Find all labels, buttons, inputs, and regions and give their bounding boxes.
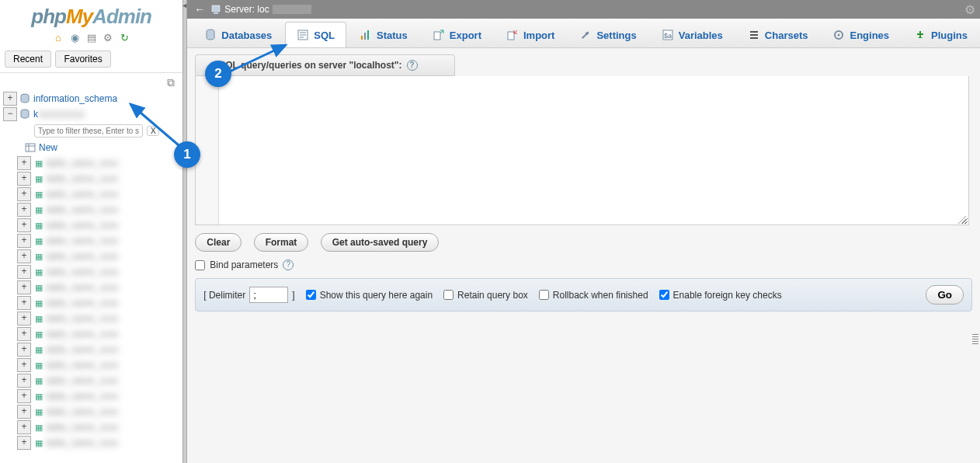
help-icon[interactable]: ?: [407, 60, 418, 71]
sql-icon[interactable]: ▤: [85, 32, 98, 44]
breadcrumb-server[interactable]: Server: loc: [224, 4, 269, 15]
rollback-checkbox[interactable]: [539, 290, 549, 300]
expand-icon[interactable]: +: [17, 389, 31, 403]
retain-checkbox[interactable]: [443, 290, 454, 300]
expand-icon[interactable]: +: [17, 172, 31, 186]
expand-icon[interactable]: +: [17, 327, 31, 341]
tab-settings[interactable]: Settings: [568, 22, 648, 47]
tab-variables[interactable]: $aVariables: [650, 22, 735, 47]
table-struct-icon[interactable]: ▦: [33, 267, 44, 277]
expand-icon[interactable]: +: [17, 218, 31, 232]
table-row[interactable]: table_name_xxxx: [46, 220, 118, 231]
table-row[interactable]: table_name_xxxx: [46, 360, 118, 371]
new-table-link[interactable]: New: [39, 142, 57, 153]
table-struct-icon[interactable]: ▦: [33, 407, 44, 417]
tab-engines[interactable]: Engines: [821, 22, 901, 47]
table-struct-icon[interactable]: ▦: [33, 392, 44, 402]
table-struct-icon[interactable]: ▦: [33, 174, 44, 184]
fk-checkbox[interactable]: [659, 290, 669, 300]
table-row[interactable]: table_name_xxxx: [46, 344, 118, 355]
expand-icon[interactable]: +: [17, 343, 31, 357]
resize-handle-icon[interactable]: [956, 214, 967, 225]
sql-editor[interactable]: 1: [195, 76, 969, 225]
db-selected[interactable]: kxxxxxxxxxx: [33, 109, 85, 120]
table-row[interactable]: table_name_xxxx: [46, 158, 118, 169]
tab-export[interactable]: Export: [421, 22, 493, 47]
expand-icon[interactable]: +: [17, 374, 31, 388]
recent-button[interactable]: Recent: [5, 50, 51, 68]
table-struct-icon[interactable]: ▦: [33, 236, 44, 246]
table-row[interactable]: table_name_xxxx: [46, 173, 118, 184]
back-icon[interactable]: ←: [192, 3, 207, 16]
db-information-schema[interactable]: information_schema: [33, 93, 117, 104]
table-struct-icon[interactable]: ▦: [33, 376, 44, 386]
expand-icon[interactable]: +: [17, 436, 31, 450]
table-row[interactable]: table_name_xxxx: [46, 189, 118, 200]
home-icon[interactable]: ⌂: [52, 32, 64, 44]
table-struct-icon[interactable]: ▦: [33, 360, 44, 371]
settings-gear-icon[interactable]: ⚙: [964, 2, 975, 17]
table-struct-icon[interactable]: ▦: [33, 314, 44, 324]
table-struct-icon[interactable]: ▦: [33, 345, 44, 355]
table-row[interactable]: table_name_xxxx: [46, 282, 118, 293]
expand-icon[interactable]: +: [17, 234, 31, 248]
table-row[interactable]: table_name_xxxx: [46, 298, 118, 308]
table-struct-icon[interactable]: ▦: [33, 158, 44, 169]
table-struct-icon[interactable]: ▦: [33, 438, 44, 448]
tab-charsets[interactable]: Charsets: [736, 22, 820, 47]
table-struct-icon[interactable]: ▦: [33, 190, 44, 200]
table-row[interactable]: table_name_xxxx: [46, 437, 118, 448]
table-struct-icon[interactable]: ▦: [33, 329, 44, 339]
logo[interactable]: phpMyAdmin: [0, 0, 182, 30]
filter-input[interactable]: [34, 124, 143, 138]
table-row[interactable]: table_name_xxxx: [46, 329, 118, 339]
tab-status[interactable]: Status: [348, 22, 419, 47]
expand-icon[interactable]: +: [17, 280, 31, 294]
expand-icon[interactable]: +: [17, 187, 31, 201]
delimiter-input[interactable]: [249, 287, 288, 303]
tab-plugins[interactable]: Plugins: [902, 22, 979, 47]
filter-clear-button[interactable]: X: [147, 126, 159, 136]
tab-import[interactable]: Import: [495, 22, 566, 47]
expand-icon[interactable]: +: [17, 405, 31, 419]
collapse-icon[interactable]: −: [3, 107, 17, 121]
table-struct-icon[interactable]: ▦: [33, 252, 44, 262]
expand-icon[interactable]: +: [17, 296, 31, 310]
table-struct-icon[interactable]: ▦: [33, 283, 44, 293]
table-row[interactable]: table_name_xxxx: [46, 251, 118, 262]
table-row[interactable]: table_name_xxxx: [46, 406, 118, 417]
table-struct-icon[interactable]: ▦: [33, 423, 44, 433]
help-icon[interactable]: ◉: [68, 32, 81, 44]
go-button[interactable]: Go: [926, 285, 964, 305]
table-row[interactable]: table_name_xxxx: [46, 391, 118, 402]
expand-icon[interactable]: +: [17, 156, 31, 170]
table-row[interactable]: table_name_xxxx: [46, 235, 118, 246]
expand-icon[interactable]: +: [17, 265, 31, 279]
help-icon[interactable]: ?: [283, 259, 294, 270]
expand-icon[interactable]: +: [17, 249, 31, 263]
get-autosaved-button[interactable]: Get auto-saved query: [321, 233, 440, 252]
table-row[interactable]: table_name_xxxx: [46, 375, 118, 386]
table-row[interactable]: table_name_xxxx: [46, 204, 118, 215]
expand-icon[interactable]: +: [3, 92, 17, 106]
table-struct-icon[interactable]: ▦: [33, 298, 44, 308]
tab-sql[interactable]: SQL: [285, 22, 346, 47]
bind-parameters-checkbox[interactable]: [195, 260, 205, 270]
link-icon[interactable]: ⧉: [0, 73, 182, 91]
expand-icon[interactable]: +: [17, 358, 31, 372]
tab-databases[interactable]: Databases: [193, 22, 283, 47]
table-struct-icon[interactable]: ▦: [33, 205, 44, 215]
clear-button[interactable]: Clear: [195, 233, 242, 252]
favorites-button[interactable]: Favorites: [55, 50, 110, 68]
format-button[interactable]: Format: [254, 233, 309, 252]
panel-resize-handle[interactable]: [972, 334, 978, 345]
gear-icon[interactable]: ⚙: [102, 32, 114, 44]
expand-icon[interactable]: +: [17, 420, 31, 434]
table-struct-icon[interactable]: ▦: [33, 221, 44, 231]
expand-icon[interactable]: +: [17, 312, 31, 325]
table-row[interactable]: table_name_xxxx: [46, 422, 118, 433]
expand-icon[interactable]: +: [17, 203, 31, 217]
table-row[interactable]: table_name_xxxx: [46, 313, 118, 324]
refresh-icon[interactable]: ↻: [118, 32, 130, 44]
show-again-checkbox[interactable]: [306, 290, 316, 300]
